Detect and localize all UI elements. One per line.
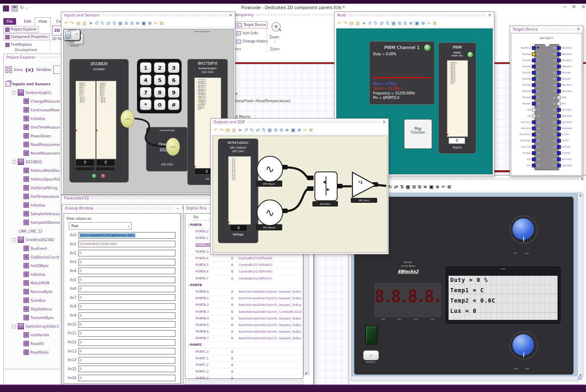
- scroll-up-icon[interactable]: ▲: [579, 193, 581, 196]
- tree-item[interactable]: TransmitByte: [5, 313, 60, 322]
- tree-item[interactable]: BusEvent: [5, 244, 60, 253]
- expander-icon[interactable]: [12, 238, 16, 242]
- cursor-icon[interactable]: ➤: [89, 21, 92, 26]
- pin-pad[interactable]: [532, 108, 536, 112]
- close-icon[interactable]: ×: [383, 120, 386, 124]
- pin-pad[interactable]: [557, 108, 561, 112]
- channel-value-field[interactable]: 0: [78, 375, 175, 381]
- tree-item[interactable]: OneTimeMeasurement: [5, 123, 60, 131]
- pin-pad[interactable]: [557, 83, 561, 87]
- rotate-right-icon[interactable]: ↻: [388, 185, 392, 189]
- pwm2-value-field[interactable]: 0: [449, 138, 465, 144]
- zoom-button[interactable]: Zoom: [269, 35, 279, 39]
- tree-item[interactable]: GetHandle: [5, 331, 60, 339]
- app-icon[interactable]: [3, 5, 9, 12]
- component-properties-button[interactable]: Component Properties: [3, 33, 50, 40]
- snap-icon[interactable]: ⊞: [412, 185, 416, 189]
- slider-marker[interactable]: ▶: [194, 165, 196, 168]
- grid-icon[interactable]: ▦: [118, 21, 122, 26]
- pin-row[interactable]: PORTA.7 0 ComboBL0114(PinA7): [186, 275, 301, 282]
- pin-pad[interactable]: [557, 151, 561, 155]
- paste-icon[interactable]: ▥: [83, 21, 87, 26]
- icons-view-icon[interactable]: [5, 66, 12, 73]
- flip-vertical-icon[interactable]: ⇅: [262, 128, 265, 132]
- inputs-canvas[interactable]: SwitchArraySlider1 Off $PORTB.0 Off: [63, 29, 234, 193]
- keypad-key[interactable]: *: [140, 99, 151, 110]
- align-icon[interactable]: ≡: [136, 21, 139, 26]
- grid-icon[interactable]: ▦: [406, 185, 410, 189]
- tree-item[interactable]: DS18B20: [5, 157, 60, 166]
- tree-item[interactable]: OneWireDS2482: [5, 235, 60, 244]
- cut-icon[interactable]: ✂: [442, 185, 445, 189]
- pin-pad[interactable]: [532, 46, 536, 50]
- tree-item[interactable]: GetDeviceCount: [5, 253, 60, 261]
- layers-icon[interactable]: ⧉: [280, 128, 283, 132]
- pin-row[interactable]: PORTC.1 0: [186, 355, 301, 362]
- board-vscrollbar[interactable]: ▲▼: [577, 193, 584, 377]
- dsp-wave1-block[interactable]: ∿: [257, 156, 283, 182]
- dac-slider[interactable]: 5.04.54.03.53.02.52.01.51.00.50.0 ▶: [228, 156, 251, 225]
- find-replace-button[interactable]: Find/Replace: [3, 41, 34, 48]
- cursor-icon[interactable]: ➤: [362, 21, 366, 26]
- pin-pad[interactable]: [557, 65, 561, 68]
- tree-item[interactable]: LINK_LINE_13: [5, 227, 60, 235]
- cursor-icon[interactable]: ➤: [238, 128, 242, 132]
- ds18b20-block[interactable]: DS18B20 DS18B20 125.0105.085.065.045.025…: [69, 59, 129, 183]
- pin-pad[interactable]: [557, 120, 561, 124]
- flip-horizontal-icon[interactable]: ⇄: [394, 185, 398, 189]
- undo-icon[interactable]: ↶: [214, 128, 217, 132]
- pin-pad[interactable]: [532, 133, 536, 136]
- snap-icon[interactable]: ⊞: [274, 128, 278, 132]
- minimize-button[interactable]: −: [563, 4, 567, 9]
- pot-knob[interactable]: [513, 218, 534, 240]
- channel-value-field[interactable]: 0: [78, 330, 175, 337]
- board-hscrollbar[interactable]: [351, 376, 578, 381]
- pin-pad[interactable]: [532, 139, 536, 143]
- pin-row[interactable]: PORTB.0 0 SwitchArraySlider1(pin0), keyp…: [186, 289, 301, 295]
- view-icon-lists-checkbox[interactable]: Icon Lists: [236, 30, 258, 36]
- tab-view[interactable]: View: [35, 17, 51, 25]
- onewire-connector[interactable]: 1-Wire: [166, 138, 180, 156]
- flip-horizontal-icon[interactable]: ⇄: [106, 21, 110, 26]
- channel-value-field[interactable]: 0: [78, 286, 175, 292]
- undo-icon[interactable]: ↶: [64, 21, 68, 26]
- delete-icon[interactable]: ⊠: [309, 128, 313, 132]
- tree-item[interactable]: MatchROM: [5, 279, 60, 287]
- pin-pad[interactable]: [532, 59, 536, 62]
- tab-edit[interactable]: Edit: [21, 18, 34, 25]
- rotate-left-icon[interactable]: ↺: [95, 21, 98, 26]
- expander-icon[interactable]: [12, 324, 16, 329]
- pin-row[interactable]: PORTB.7 0 SwitchArraySlider1(pin7), keyp…: [186, 335, 301, 342]
- grid-icon[interactable]: ▦: [267, 128, 272, 132]
- channel-value-field[interactable]: 0: [78, 357, 175, 364]
- group-icon[interactable]: ▣: [415, 21, 419, 26]
- channel-value-field[interactable]: 0: [78, 277, 175, 283]
- copy-icon[interactable]: ▤: [349, 21, 353, 26]
- pin-pad[interactable]: [557, 77, 561, 81]
- tree-item[interactable]: GetTemperature: [5, 192, 60, 201]
- layers-icon[interactable]: ⧉: [418, 185, 421, 189]
- channel-value-field[interactable]: 0: [78, 348, 175, 354]
- paste-icon[interactable]: ▥: [356, 21, 360, 26]
- tree-item[interactable]: AddressSpecificDevice: [5, 175, 60, 183]
- keypad-key[interactable]: 0: [154, 99, 165, 110]
- tree-item[interactable]: ReadAll: [5, 339, 60, 348]
- outputs-canvas[interactable]: MCP47x6DAC DAC_Output1 (I2C CH1) 5.04.54…: [213, 136, 388, 253]
- pin-pad[interactable]: [557, 96, 561, 99]
- keypad-key[interactable]: #: [168, 99, 180, 110]
- ds18b20-slider-1[interactable]: 125.0105.085.065.045.025.05.0-15.0-35.0-…: [76, 81, 96, 159]
- tree-item[interactable]: SampleAllDevices: [5, 218, 60, 227]
- pin-pad[interactable]: [532, 71, 536, 75]
- pin-pad[interactable]: [532, 102, 536, 106]
- view-target-device-checkbox[interactable]: Target Device: [236, 21, 268, 28]
- pin-pad[interactable]: [557, 139, 561, 143]
- pwm2-slider[interactable]: 100.090.080.070.060.050.040.030.020.010.…: [447, 60, 468, 137]
- multi-titlebar[interactable]: Multi ×: [335, 12, 494, 19]
- tree-item[interactable]: SwitchArraySlider1: [5, 322, 60, 331]
- scroll-down-icon[interactable]: ▼: [579, 373, 581, 376]
- pin-pad[interactable]: [557, 102, 561, 106]
- keypad-key[interactable]: 6: [168, 75, 180, 85]
- pin-pad[interactable]: [532, 89, 536, 93]
- slider-marker[interactable]: ▶: [76, 129, 78, 131]
- dsp-mix-block[interactable]: [314, 171, 338, 201]
